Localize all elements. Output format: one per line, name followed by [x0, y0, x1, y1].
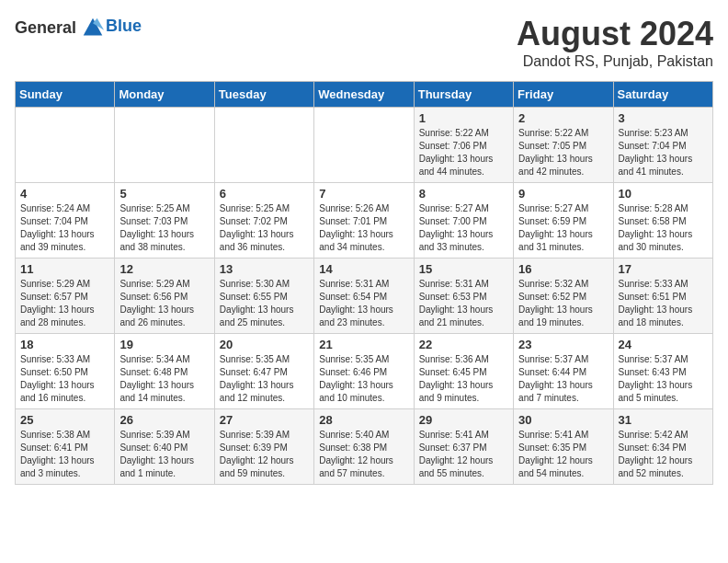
title-section: August 2024 Dandot RS, Punjab, Pakistan: [517, 15, 713, 70]
day-number: 8: [419, 187, 508, 201]
cell-info: Sunrise: 5:31 AM Sunset: 6:53 PM Dayligh…: [419, 278, 508, 329]
calendar-cell: 11Sunrise: 5:29 AM Sunset: 6:57 PM Dayli…: [16, 259, 115, 334]
day-number: 28: [319, 413, 408, 427]
cell-info: Sunrise: 5:29 AM Sunset: 6:56 PM Dayligh…: [119, 278, 209, 329]
calendar-cell: 23Sunrise: 5:37 AM Sunset: 6:44 PM Dayli…: [514, 334, 613, 409]
location: Dandot RS, Punjab, Pakistan: [517, 53, 713, 70]
day-header-wednesday: Wednesday: [314, 82, 414, 108]
calendar-table: SundayMondayTuesdayWednesdayThursdayFrid…: [15, 81, 713, 485]
cell-info: Sunrise: 5:23 AM Sunset: 7:04 PM Dayligh…: [619, 127, 708, 178]
day-number: 16: [518, 262, 608, 276]
day-header-saturday: Saturday: [613, 82, 712, 108]
day-number: 4: [20, 187, 109, 201]
cell-info: Sunrise: 5:32 AM Sunset: 6:52 PM Dayligh…: [518, 278, 608, 329]
cell-info: Sunrise: 5:37 AM Sunset: 6:44 PM Dayligh…: [518, 353, 608, 405]
cell-info: Sunrise: 5:34 AM Sunset: 6:48 PM Dayligh…: [119, 353, 209, 405]
calendar-cell: 17Sunrise: 5:33 AM Sunset: 6:51 PM Dayli…: [613, 259, 712, 334]
day-number: 14: [319, 262, 408, 276]
day-number: 7: [319, 187, 408, 201]
cell-info: Sunrise: 5:22 AM Sunset: 7:05 PM Dayligh…: [518, 127, 608, 178]
day-number: 5: [119, 187, 209, 201]
day-header-monday: Monday: [115, 82, 214, 108]
day-header-sunday: Sunday: [16, 82, 115, 108]
cell-info: Sunrise: 5:35 AM Sunset: 6:46 PM Dayligh…: [319, 353, 408, 405]
cell-info: Sunrise: 5:38 AM Sunset: 6:41 PM Dayligh…: [20, 429, 109, 480]
cell-info: Sunrise: 5:39 AM Sunset: 6:39 PM Dayligh…: [220, 429, 309, 480]
day-number: 20: [220, 338, 309, 351]
day-number: 17: [619, 262, 708, 276]
cell-info: Sunrise: 5:42 AM Sunset: 6:34 PM Dayligh…: [619, 429, 708, 480]
cell-info: Sunrise: 5:27 AM Sunset: 7:00 PM Dayligh…: [419, 202, 508, 254]
day-number: 19: [119, 338, 209, 351]
cell-info: Sunrise: 5:27 AM Sunset: 6:59 PM Dayligh…: [518, 202, 608, 254]
calendar-cell: 1Sunrise: 5:22 AM Sunset: 7:06 PM Daylig…: [414, 108, 513, 183]
calendar-cell: 20Sunrise: 5:35 AM Sunset: 6:47 PM Dayli…: [214, 334, 313, 409]
page-header: General Blue August 2024 Dandot RS, Punj…: [15, 15, 713, 70]
day-number: 2: [518, 111, 608, 125]
calendar-cell: 2Sunrise: 5:22 AM Sunset: 7:05 PM Daylig…: [514, 108, 613, 183]
logo: General Blue: [15, 15, 142, 40]
calendar-cell: 25Sunrise: 5:38 AM Sunset: 6:41 PM Dayli…: [16, 409, 115, 485]
calendar-cell: 13Sunrise: 5:30 AM Sunset: 6:55 PM Dayli…: [214, 259, 313, 334]
calendar-cell: 16Sunrise: 5:32 AM Sunset: 6:52 PM Dayli…: [514, 259, 613, 334]
logo-general: General: [15, 18, 76, 38]
calendar-cell: 19Sunrise: 5:34 AM Sunset: 6:48 PM Dayli…: [115, 334, 214, 409]
cell-info: Sunrise: 5:33 AM Sunset: 6:50 PM Dayligh…: [20, 353, 109, 405]
day-number: 21: [319, 338, 408, 351]
day-number: 13: [220, 262, 309, 276]
cell-info: Sunrise: 5:35 AM Sunset: 6:47 PM Dayligh…: [220, 353, 309, 405]
cell-info: Sunrise: 5:25 AM Sunset: 7:02 PM Dayligh…: [220, 202, 309, 254]
calendar-cell: [214, 108, 313, 183]
week-row-1: 1Sunrise: 5:22 AM Sunset: 7:06 PM Daylig…: [16, 108, 713, 183]
day-number: 3: [619, 111, 708, 125]
cell-info: Sunrise: 5:40 AM Sunset: 6:38 PM Dayligh…: [319, 429, 408, 480]
calendar-cell: 21Sunrise: 5:35 AM Sunset: 6:46 PM Dayli…: [314, 334, 414, 409]
week-row-2: 4Sunrise: 5:24 AM Sunset: 7:04 PM Daylig…: [16, 183, 713, 259]
cell-info: Sunrise: 5:41 AM Sunset: 6:37 PM Dayligh…: [419, 429, 508, 480]
calendar-cell: 4Sunrise: 5:24 AM Sunset: 7:04 PM Daylig…: [16, 183, 115, 259]
day-number: 25: [20, 413, 109, 427]
calendar-cell: 12Sunrise: 5:29 AM Sunset: 6:56 PM Dayli…: [115, 259, 214, 334]
calendar-cell: [115, 108, 214, 183]
day-number: 6: [220, 187, 309, 201]
day-number: 26: [119, 413, 209, 427]
day-number: 23: [518, 338, 608, 351]
calendar-cell: 3Sunrise: 5:23 AM Sunset: 7:04 PM Daylig…: [613, 108, 712, 183]
logo-icon: [80, 15, 106, 40]
day-number: 11: [20, 262, 109, 276]
day-header-thursday: Thursday: [414, 82, 513, 108]
cell-info: Sunrise: 5:33 AM Sunset: 6:51 PM Dayligh…: [619, 278, 708, 329]
cell-info: Sunrise: 5:30 AM Sunset: 6:55 PM Dayligh…: [220, 278, 309, 329]
calendar-cell: [314, 108, 414, 183]
calendar-cell: 6Sunrise: 5:25 AM Sunset: 7:02 PM Daylig…: [214, 183, 313, 259]
calendar-cell: 10Sunrise: 5:28 AM Sunset: 6:58 PM Dayli…: [613, 183, 712, 259]
day-number: 31: [619, 413, 708, 427]
day-number: 12: [119, 262, 209, 276]
calendar-cell: 14Sunrise: 5:31 AM Sunset: 6:54 PM Dayli…: [314, 259, 414, 334]
cell-info: Sunrise: 5:36 AM Sunset: 6:45 PM Dayligh…: [419, 353, 508, 405]
calendar-cell: 8Sunrise: 5:27 AM Sunset: 7:00 PM Daylig…: [414, 183, 513, 259]
day-number: 9: [518, 187, 608, 201]
calendar-cell: 29Sunrise: 5:41 AM Sunset: 6:37 PM Dayli…: [414, 409, 513, 485]
calendar-cell: [16, 108, 115, 183]
day-number: 15: [419, 262, 508, 276]
day-header-tuesday: Tuesday: [214, 82, 313, 108]
day-number: 22: [419, 338, 508, 351]
day-number: 24: [619, 338, 708, 351]
calendar-cell: 28Sunrise: 5:40 AM Sunset: 6:38 PM Dayli…: [314, 409, 414, 485]
calendar-cell: 22Sunrise: 5:36 AM Sunset: 6:45 PM Dayli…: [414, 334, 513, 409]
cell-info: Sunrise: 5:39 AM Sunset: 6:40 PM Dayligh…: [119, 429, 209, 480]
calendar-cell: 24Sunrise: 5:37 AM Sunset: 6:43 PM Dayli…: [613, 334, 712, 409]
cell-info: Sunrise: 5:28 AM Sunset: 6:58 PM Dayligh…: [619, 202, 708, 254]
calendar-cell: 5Sunrise: 5:25 AM Sunset: 7:03 PM Daylig…: [115, 183, 214, 259]
day-number: 10: [619, 187, 708, 201]
day-number: 29: [419, 413, 508, 427]
cell-info: Sunrise: 5:37 AM Sunset: 6:43 PM Dayligh…: [619, 353, 708, 405]
calendar-cell: 27Sunrise: 5:39 AM Sunset: 6:39 PM Dayli…: [214, 409, 313, 485]
calendar-cell: 26Sunrise: 5:39 AM Sunset: 6:40 PM Dayli…: [115, 409, 214, 485]
calendar-cell: 15Sunrise: 5:31 AM Sunset: 6:53 PM Dayli…: [414, 259, 513, 334]
day-header-friday: Friday: [514, 82, 613, 108]
cell-info: Sunrise: 5:24 AM Sunset: 7:04 PM Dayligh…: [20, 202, 109, 254]
logo-blue: Blue: [106, 17, 142, 36]
month-year: August 2024: [517, 15, 713, 53]
